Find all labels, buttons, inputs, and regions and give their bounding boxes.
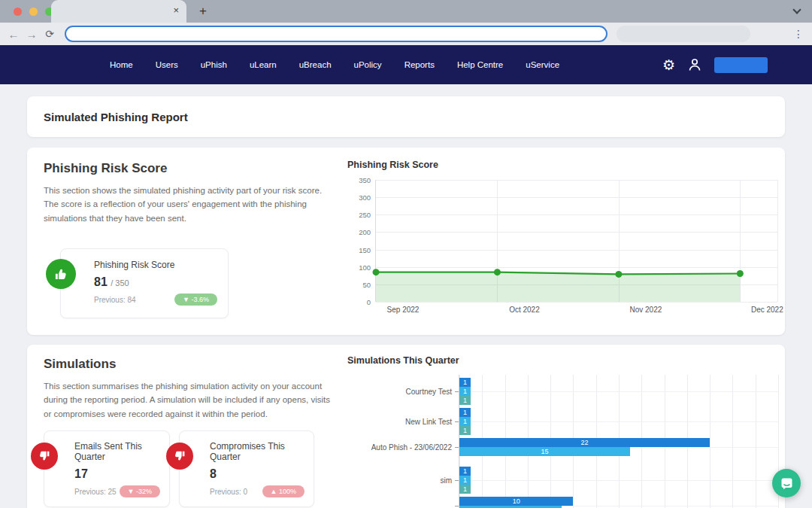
y-axis-tick-label: 200 — [348, 228, 371, 236]
gridline-x — [732, 375, 733, 508]
simulations-chart-plot: Courtney Test111New Link Test111Auto Phi… — [459, 375, 778, 508]
nav-items: Home Users uPhish uLearn uBreach uPolicy… — [110, 60, 559, 69]
category-gridline — [459, 391, 778, 392]
nav-item-ulearn[interactable]: uLearn — [250, 60, 277, 69]
category-label: sim — [440, 476, 452, 485]
category-tick — [455, 447, 459, 448]
close-window-button[interactable] — [14, 8, 22, 16]
emails-sent-change-badge: ▼ -32% — [120, 485, 160, 497]
category-tick — [455, 506, 459, 506]
compromises-change-badge: ▲ 100% — [262, 485, 304, 497]
risk-score-chart: Phishing Risk Score 35030025020015010050… — [347, 160, 778, 314]
category-label: Auto Phish - 23/06/2022 — [371, 443, 452, 452]
report-title-card: Simulated Phishing Report — [27, 96, 785, 137]
y-axis-tick-label: 250 — [348, 211, 371, 219]
compromises-card: Compromises This Quarter 8 Previous: 0 ▲… — [179, 430, 314, 507]
y-axis-tick-label: 50 — [348, 281, 371, 289]
thumbs-down-icon — [166, 443, 193, 470]
bar-segment: 22 — [459, 438, 710, 447]
risk-score-card: Phishing Risk Score 81 / 350 Previous: 8… — [60, 248, 229, 318]
x-axis-tick-label: Nov 2022 — [629, 306, 662, 314]
compromises-previous: Previous: 0 — [210, 488, 247, 496]
category-label: New Link Test — [405, 418, 452, 426]
chevron-down-icon[interactable] — [792, 5, 801, 14]
y-axis-tick-label: 100 — [348, 263, 371, 272]
browser-toolbar: ← → ⟳ ⋮ — [0, 23, 812, 45]
chat-bubble-icon — [780, 476, 794, 491]
emails-sent-title: Emails Sent This Quarter — [74, 441, 160, 462]
phishing-risk-score-section: Phishing Risk Score This section shows t… — [27, 148, 785, 335]
risk-score-previous: Previous: 84 — [94, 296, 136, 304]
risk-line-series — [376, 180, 777, 302]
bar-segment: 10 — [459, 497, 573, 506]
emails-sent-value: 17 — [74, 467, 160, 481]
gridline-x — [756, 375, 756, 508]
risk-section-heading: Phishing Risk Score — [44, 161, 331, 176]
browser-tab-strip: × + — [0, 0, 812, 23]
forward-button[interactable]: → — [23, 28, 41, 41]
tab-close-icon[interactable]: × — [173, 5, 179, 16]
page-content: Simulated Phishing Report Phishing Risk … — [0, 84, 812, 508]
category-label: Courtney Test — [405, 388, 452, 396]
new-tab-button[interactable]: + — [194, 2, 212, 20]
risk-score-change-badge: ▼ -3.6% — [174, 294, 217, 306]
risk-section-description: This section shows the simulated phishin… — [44, 184, 323, 225]
thumbs-up-icon — [46, 259, 76, 289]
simulations-section: Simulations This section summarises the … — [27, 345, 785, 508]
address-bar[interactable] — [65, 26, 607, 42]
nav-item-home[interactable]: Home — [110, 60, 133, 69]
nav-item-uservice[interactable]: uService — [526, 60, 559, 69]
category-gridline — [459, 421, 778, 422]
bar-segment: 1 — [459, 426, 471, 435]
simulations-heading: Simulations — [44, 357, 331, 372]
risk-chart-x-axis: Sep 2022Oct 2022Nov 2022Dec 2022 — [375, 302, 778, 314]
category-tick — [455, 421, 459, 422]
toolbar-placeholder-pill — [617, 26, 750, 42]
chat-widget-button[interactable] — [772, 469, 801, 497]
x-axis-tick-label: Oct 2022 — [509, 306, 540, 314]
nav-item-uphish[interactable]: uPhish — [201, 60, 227, 69]
x-axis-tick-label: Sep 2022 — [387, 306, 420, 314]
bar-segment: 15 — [459, 447, 630, 456]
bar-segment: 1 — [459, 387, 471, 396]
nav-item-users[interactable]: Users — [156, 60, 178, 69]
nav-item-ubreach[interactable]: uBreach — [299, 60, 332, 69]
bar-segment: 1 — [459, 417, 471, 426]
nav-item-reports[interactable]: Reports — [404, 60, 435, 69]
category-tick — [455, 391, 459, 392]
risk-score-value: 81 — [94, 275, 108, 288]
settings-gear-icon[interactable]: ⚙ — [662, 58, 675, 72]
nav-item-help-centre[interactable]: Help Centre — [457, 60, 503, 69]
user-avatar-icon[interactable] — [687, 57, 702, 72]
nav-item-upolicy[interactable]: uPolicy — [354, 60, 382, 69]
gridline-x — [710, 375, 710, 508]
risk-chart-title: Phishing Risk Score — [347, 160, 778, 170]
compromises-title: Compromises This Quarter — [210, 441, 304, 462]
risk-score-card-title: Phishing Risk Score — [94, 260, 217, 270]
y-axis-tick-label: 0 — [348, 298, 371, 306]
browser-tab[interactable]: × — [51, 0, 186, 23]
compromises-value: 8 — [210, 467, 304, 481]
minimize-window-button[interactable] — [29, 8, 38, 16]
app-navbar: Home Users uPhish uLearn uBreach uPolicy… — [0, 45, 812, 84]
category-gridline — [459, 480, 778, 481]
browser-menu-icon[interactable]: ⋮ — [791, 28, 806, 40]
risk-chart-plot: 350300250200150100500 — [375, 180, 778, 302]
emails-sent-card: Emails Sent This Quarter 17 Previous: 25… — [44, 430, 170, 507]
x-axis-tick-label: Dec 2022 — [751, 306, 783, 314]
bar-segment: 1 — [459, 378, 471, 387]
y-axis-tick-label: 300 — [348, 193, 371, 202]
reload-button[interactable]: ⟳ — [41, 28, 59, 40]
nav-cta-button[interactable] — [714, 57, 768, 73]
y-axis-tick-label: 350 — [348, 176, 371, 184]
page-title: Simulated Phishing Report — [44, 111, 188, 123]
simulations-chart-title: Simulations This Quarter — [347, 355, 778, 366]
simulations-description: This section summarises the phishing sim… — [44, 379, 331, 421]
window-controls — [14, 8, 53, 16]
bar-segment: 1 — [459, 476, 471, 485]
thumbs-down-icon — [31, 443, 58, 470]
y-axis-tick-label: 150 — [348, 246, 371, 254]
bar-segment: 1 — [459, 396, 471, 405]
bar-segment: 1 — [459, 467, 471, 476]
back-button[interactable]: ← — [5, 28, 23, 41]
